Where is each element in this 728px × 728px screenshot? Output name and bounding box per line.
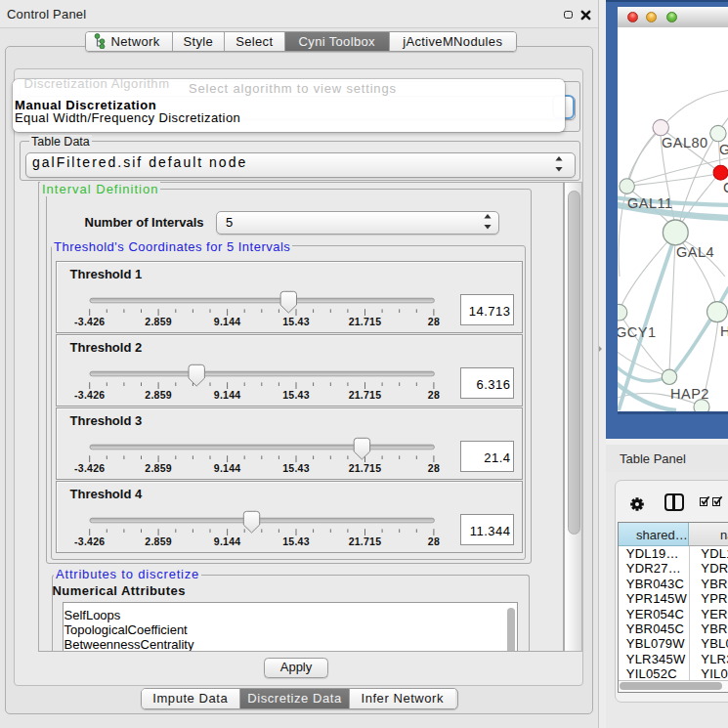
svg-text:H: H: [720, 323, 728, 339]
svg-text:GCY1: GCY1: [618, 324, 657, 340]
svg-text:GAL80: GAL80: [662, 135, 708, 150]
svg-text:GAL4: GAL4: [676, 244, 714, 260]
svg-text:GAL11: GAL11: [627, 195, 673, 211]
svg-text:G: G: [719, 142, 728, 157]
svg-text:HAP2: HAP2: [670, 386, 709, 402]
svg-text:C: C: [723, 180, 728, 195]
